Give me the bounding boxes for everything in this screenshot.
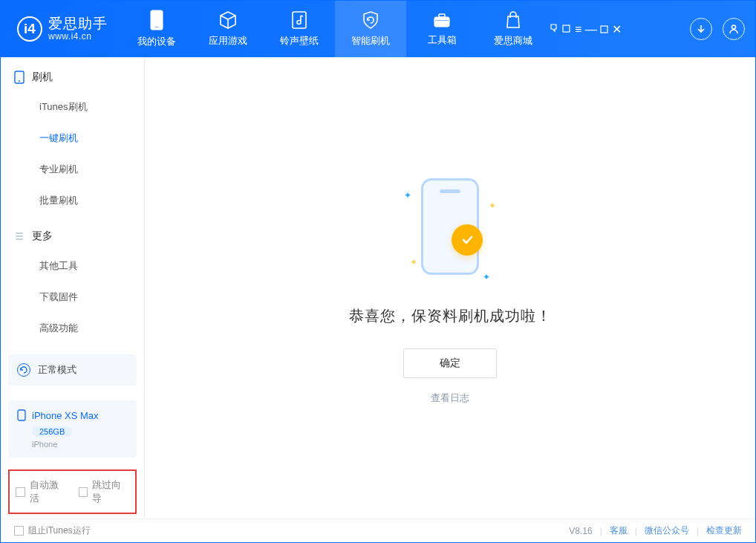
logo-block: i4 爱思助手 www.i4.cn (1, 16, 121, 42)
checkbox-label: 自动激活 (30, 478, 67, 505)
device-name-row: iPhone XS Max (17, 409, 128, 421)
status-link-support[interactable]: 客服 (610, 524, 628, 537)
device-icon (17, 409, 26, 421)
sidebar-item-oneclick-flash[interactable]: 一键刷机 (1, 123, 144, 154)
status-right: V8.16 | 客服 | 微信公众号 | 检查更新 (569, 524, 742, 537)
window-controls: ≡ — ✕ (549, 22, 622, 36)
device-type: iPhone (32, 440, 128, 449)
check-badge-icon (452, 224, 483, 256)
capacity-badge: 256GB (32, 426, 72, 437)
svg-point-8 (732, 25, 736, 29)
refresh-icon (17, 363, 30, 377)
logo-text: 爱思助手 www.i4.cn (48, 16, 108, 42)
skip-wizard-checkbox[interactable]: 跳过向导 (79, 478, 130, 505)
sidebar-group-flash: 刷机 (1, 57, 144, 91)
sparkle-icon: ✦ (489, 201, 496, 211)
nav-smart-flash[interactable]: 智能刷机 (335, 1, 406, 57)
music-note-icon (290, 10, 308, 30)
block-itunes-checkbox[interactable]: 阻止iTunes运行 (14, 524, 91, 537)
sidebar-item-advanced[interactable]: 高级功能 (1, 313, 144, 344)
nav-label: 工具箱 (428, 33, 457, 47)
success-title: 恭喜您，保资料刷机成功啦！ (349, 306, 552, 326)
checkbox-label: 跳过向导 (92, 478, 129, 505)
main-content: ✦ ✦ ✦ ✦ 恭喜您，保资料刷机成功啦！ 确定 查看日志 (145, 57, 755, 518)
checkbox-box (16, 487, 25, 497)
toolbox-icon (432, 11, 452, 29)
sparkle-icon: ✦ (404, 190, 411, 201)
status-link-update[interactable]: 检查更新 (706, 524, 742, 537)
checkbox-label: 阻止iTunes运行 (28, 524, 91, 537)
nav-store[interactable]: 爱思商城 (478, 1, 549, 57)
app-window: i4 爱思助手 www.i4.cn 我的设备 应用游戏 铃声壁纸 智能刷机 (0, 0, 756, 543)
list-icon (14, 231, 25, 241)
view-log-link[interactable]: 查看日志 (431, 391, 469, 405)
group-title-label: 刷机 (32, 71, 53, 84)
skin-icon[interactable] (561, 23, 571, 36)
shield-refresh-icon (361, 10, 380, 30)
mode-label: 正常模式 (38, 363, 76, 377)
svg-rect-7 (601, 26, 607, 33)
svg-rect-1 (154, 27, 159, 28)
sidebar-group2-items: 其他工具 下载固件 高级功能 (1, 250, 144, 344)
maximize-icon[interactable] (600, 23, 608, 36)
version-label: V8.16 (569, 526, 592, 536)
nav-ringtones-wallpapers[interactable]: 铃声壁纸 (264, 1, 335, 57)
device-card[interactable]: iPhone XS Max 256GB iPhone (8, 400, 137, 458)
nav-label: 爱思商城 (494, 34, 532, 48)
nav-apps-games[interactable]: 应用游戏 (192, 1, 264, 57)
shopping-bag-icon (504, 10, 522, 30)
download-button[interactable] (690, 18, 712, 40)
device-name: iPhone XS Max (32, 410, 99, 421)
logo-icon: i4 (17, 16, 42, 42)
nav-label: 我的设备 (137, 35, 176, 48)
checkbox-box (14, 526, 24, 536)
success-illustration: ✦ ✦ ✦ ✦ (383, 171, 517, 290)
app-name: 爱思助手 (48, 16, 108, 32)
nav-my-device[interactable]: 我的设备 (121, 1, 192, 57)
svg-rect-5 (434, 20, 449, 22)
sidebar-item-download-firmware[interactable]: 下载固件 (1, 282, 144, 313)
svg-point-10 (19, 80, 20, 82)
ok-button[interactable]: 确定 (403, 348, 497, 378)
status-bar: 阻止iTunes运行 V8.16 | 客服 | 微信公众号 | 检查更新 (1, 518, 755, 542)
app-url: www.i4.cn (48, 32, 108, 42)
minimize-icon[interactable]: — (585, 23, 597, 36)
sidebar-group-more: 更多 (1, 216, 144, 250)
sparkle-icon: ✦ (483, 272, 490, 282)
nav-label: 铃声壁纸 (280, 34, 319, 48)
checkbox-box (79, 487, 88, 497)
sidebar-item-batch-flash[interactable]: 批量刷机 (1, 185, 144, 216)
group-title-label: 更多 (32, 230, 53, 243)
menu-icon[interactable]: ≡ (575, 23, 581, 36)
cube-icon (218, 10, 238, 30)
header-right (690, 18, 755, 40)
svg-rect-6 (563, 25, 570, 32)
sidebar-group1-items: iTunes刷机 一键刷机 专业刷机 批量刷机 (1, 91, 144, 216)
sidebar-item-itunes-flash[interactable]: iTunes刷机 (1, 91, 144, 123)
svg-rect-3 (434, 17, 449, 27)
highlighted-options: 自动激活 跳过向导 (8, 469, 137, 514)
nav-label: 应用游戏 (209, 34, 247, 48)
user-button[interactable] (723, 18, 745, 40)
nav-label: 智能刷机 (351, 34, 390, 48)
phone-icon (149, 10, 165, 30)
main-nav: 我的设备 应用游戏 铃声壁纸 智能刷机 工具箱 爱思商城 (121, 1, 549, 57)
sparkle-icon: ✦ (410, 257, 417, 267)
sidebar-item-pro-flash[interactable]: 专业刷机 (1, 154, 144, 185)
sidebar: 刷机 iTunes刷机 一键刷机 专业刷机 批量刷机 更多 其他工具 下载固件 … (1, 57, 145, 518)
svg-rect-11 (18, 410, 25, 420)
mode-card[interactable]: 正常模式 (8, 354, 137, 386)
feedback-icon[interactable] (549, 23, 558, 36)
svg-rect-4 (439, 14, 445, 17)
sidebar-item-other-tools[interactable]: 其他工具 (1, 250, 144, 282)
titlebar: i4 爱思助手 www.i4.cn 我的设备 应用游戏 铃声壁纸 智能刷机 (1, 1, 755, 57)
body: 刷机 iTunes刷机 一键刷机 专业刷机 批量刷机 更多 其他工具 下载固件 … (1, 57, 755, 518)
status-link-wechat[interactable]: 微信公众号 (645, 524, 689, 537)
phone-outline-icon (14, 71, 25, 84)
close-icon[interactable]: ✕ (612, 23, 622, 36)
nav-toolbox[interactable]: 工具箱 (406, 1, 478, 57)
auto-activate-checkbox[interactable]: 自动激活 (16, 478, 67, 505)
